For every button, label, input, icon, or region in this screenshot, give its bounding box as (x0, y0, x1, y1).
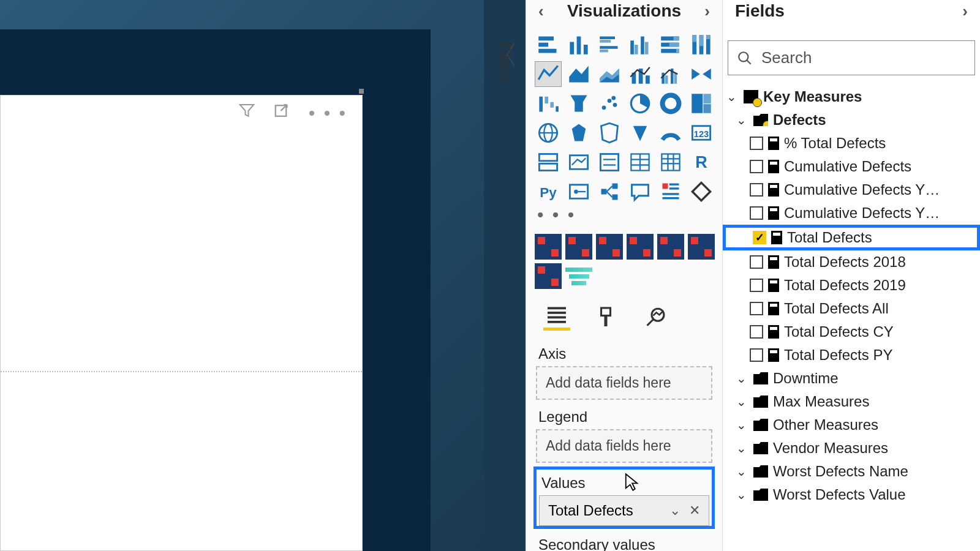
checkbox[interactable] (750, 325, 763, 339)
folder-worst-defects-name[interactable]: ⌄ Worst Defects Name (723, 460, 980, 483)
pane-nav-prev-icon[interactable]: ‹ (538, 2, 544, 21)
checkbox[interactable] (750, 302, 763, 315)
donut-icon[interactable] (657, 91, 684, 116)
stacked-area-icon[interactable] (596, 61, 623, 87)
kpi-icon[interactable] (565, 149, 592, 175)
decomposition-tree-icon[interactable] (596, 179, 623, 204)
axis-drop-zone[interactable]: Add data fields here (536, 366, 712, 400)
svg-point-47 (663, 96, 679, 112)
card-icon[interactable]: 123 (688, 120, 715, 146)
custom-viz-6[interactable] (688, 234, 715, 260)
line-stacked-column-icon[interactable] (627, 61, 654, 87)
folder-icon (753, 114, 768, 126)
custom-viz-3[interactable] (596, 234, 623, 260)
field-total-defects[interactable]: Total Defects (723, 225, 980, 250)
field-label: Total Defects (787, 229, 872, 246)
field-total-defects-2018[interactable]: Total Defects 2018 (723, 250, 980, 274)
fields-tab-icon[interactable] (543, 304, 570, 331)
treemap-icon[interactable] (688, 91, 715, 116)
custom-viz-7[interactable] (535, 263, 562, 289)
get-more-visuals-icon[interactable]: • • • (526, 204, 722, 225)
field-cumulative-defects[interactable]: Cumulative Defects (723, 155, 980, 178)
azure-map-icon[interactable] (627, 120, 654, 146)
svg-rect-40 (556, 107, 559, 112)
clustered-column-icon[interactable] (627, 32, 654, 58)
filters-pane-collapsed[interactable]: Filters (496, 43, 513, 83)
stacked-bar-icon[interactable] (535, 32, 562, 58)
field-label: Cumulative Defects Y… (784, 204, 940, 222)
checkbox[interactable] (750, 255, 763, 269)
custom-viz-4[interactable] (627, 234, 654, 260)
chevron-down-icon[interactable]: ⌄ (669, 503, 680, 519)
line-clustered-column-icon[interactable] (657, 61, 684, 87)
table-icon[interactable] (627, 149, 654, 175)
field--total-defects[interactable]: % Total Defects (723, 132, 980, 155)
r-visual-icon[interactable]: R (688, 149, 715, 175)
folder-downtime[interactable]: ⌄ Downtime (723, 367, 980, 390)
field-total-defects-cy[interactable]: Total Defects CY (723, 320, 980, 343)
values-field-pill[interactable]: Total Defects ⌄ ✕ (539, 495, 709, 526)
pie-icon[interactable] (627, 91, 654, 116)
checkbox[interactable] (750, 160, 763, 173)
slicer-icon[interactable] (596, 149, 623, 175)
paginated-report-icon[interactable] (688, 179, 715, 204)
funnel-icon[interactable] (565, 91, 592, 116)
remove-field-icon[interactable]: ✕ (689, 503, 700, 519)
legend-drop-zone[interactable]: Add data fields here (536, 429, 712, 463)
analytics-tab-icon[interactable] (641, 304, 668, 331)
multi-row-card-icon[interactable] (535, 149, 562, 175)
folder-worst-defects-value[interactable]: ⌄ Worst Defects Value (723, 483, 980, 506)
folder-max-measures[interactable]: ⌄ Max Measures (723, 390, 980, 413)
field-cumulative-defects-y-[interactable]: Cumulative Defects Y… (723, 201, 980, 225)
ribbon-chart-icon[interactable] (688, 61, 715, 87)
field-total-defects-all[interactable]: Total Defects All (723, 297, 980, 320)
field-total-defects-py[interactable]: Total Defects PY (723, 343, 980, 367)
stacked-bar-100-icon[interactable] (657, 32, 684, 58)
format-tab-icon[interactable] (592, 304, 619, 331)
custom-viz-bar-race[interactable] (565, 263, 592, 289)
pane-nav-next-icon[interactable]: › (704, 2, 710, 21)
more-options-icon[interactable]: • • • (309, 103, 347, 124)
checkbox[interactable] (750, 137, 763, 150)
folder-defects[interactable]: ⌄ Defects (723, 108, 980, 132)
folder-vendor-measures[interactable]: ⌄ Vendor Measures (723, 437, 980, 460)
measure-icon (768, 302, 779, 315)
matrix-icon[interactable] (657, 149, 684, 175)
checkbox[interactable] (750, 279, 763, 292)
svg-rect-32 (646, 75, 650, 84)
table-key-measures[interactable]: ⌄ Key Measures (723, 85, 980, 108)
python-visual-icon[interactable]: Py (535, 179, 562, 204)
custom-viz-2[interactable] (565, 234, 592, 260)
focus-mode-icon[interactable] (273, 102, 292, 124)
shape-map-icon[interactable] (596, 120, 623, 146)
resize-handles[interactable] (359, 89, 364, 94)
map-icon[interactable] (535, 120, 562, 146)
clustered-bar-icon[interactable] (596, 32, 623, 58)
scatter-icon[interactable] (596, 91, 623, 116)
checkbox[interactable] (753, 231, 766, 244)
svg-rect-38 (545, 97, 548, 103)
folder-other-measures[interactable]: ⌄ Other Measures (723, 413, 980, 437)
filled-map-icon[interactable] (565, 120, 592, 146)
checkbox[interactable] (750, 183, 763, 197)
area-chart-icon[interactable] (565, 61, 592, 87)
field-cumulative-defects-y-[interactable]: Cumulative Defects Y… (723, 178, 980, 201)
checkbox[interactable] (750, 206, 763, 220)
stacked-column-icon[interactable] (565, 32, 592, 58)
svg-text:Py: Py (540, 185, 557, 200)
waterfall-icon[interactable] (535, 91, 562, 116)
gauge-icon[interactable] (657, 120, 684, 146)
custom-viz-1[interactable] (535, 234, 562, 260)
fields-collapse-icon[interactable]: › (962, 2, 968, 21)
visual-container[interactable]: • • • (0, 95, 363, 551)
key-influencers-icon[interactable] (565, 179, 592, 204)
filter-icon[interactable] (238, 102, 256, 124)
field-total-defects-2019[interactable]: Total Defects 2019 (723, 274, 980, 297)
smart-narrative-icon[interactable] (657, 179, 684, 204)
checkbox[interactable] (750, 348, 763, 362)
custom-viz-5[interactable] (657, 234, 684, 260)
line-chart-icon[interactable] (535, 61, 562, 87)
search-input[interactable]: Search (728, 40, 975, 75)
stacked-column-100-icon[interactable] (688, 32, 715, 58)
qa-visual-icon[interactable] (627, 179, 654, 204)
